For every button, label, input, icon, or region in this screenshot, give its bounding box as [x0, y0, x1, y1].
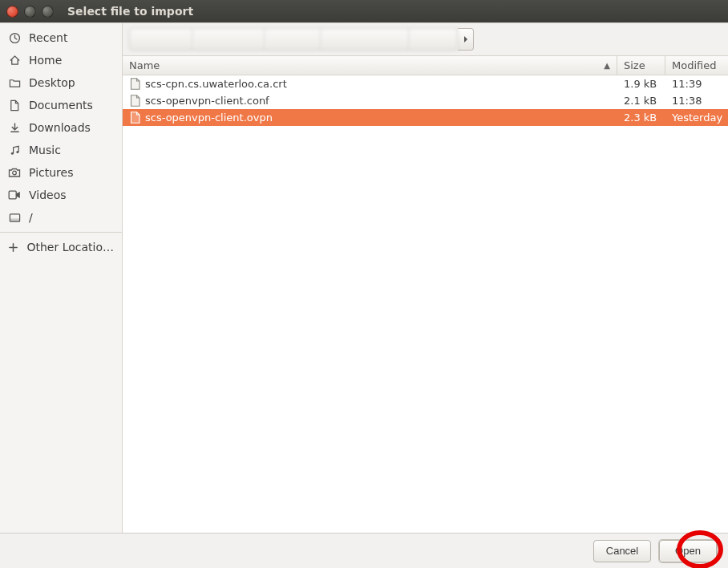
column-header-name[interactable]: Name ▲ [123, 56, 617, 75]
window-minimize-button[interactable] [24, 6, 36, 18]
breadcrumb-segment[interactable] [265, 28, 322, 51]
sidebar-item-videos[interactable]: Videos [0, 184, 122, 206]
sidebar-item-label: Pictures [29, 166, 73, 179]
download-icon [8, 122, 21, 134]
file-modified: 11:39 [672, 78, 702, 90]
document-icon [8, 99, 21, 112]
sidebar-item-label: Desktop [29, 76, 75, 89]
button-label: Open [675, 545, 701, 557]
file-modified: Yesterday [672, 112, 722, 124]
file-name: scs-cpn.cs.uwaterloo.ca.crt [145, 78, 287, 90]
plus-icon [8, 242, 18, 253]
file-size: 2.1 kB [624, 95, 657, 107]
sidebar-item-label: Downloads [29, 121, 91, 134]
window-close-button[interactable] [6, 6, 18, 18]
column-header-label: Modified [672, 59, 716, 71]
clock-icon [8, 32, 21, 44]
video-icon [8, 190, 21, 200]
sidebar-item-label: Documents [29, 99, 93, 112]
file-browser-main: Name ▲ Size Modified scs-cpn.cs.uwaterlo… [123, 23, 728, 533]
file-size: 2.3 kB [624, 112, 657, 124]
file-list[interactable]: scs-cpn.cs.uwaterloo.ca.crt1.9 kB11:39sc… [123, 75, 728, 533]
sidebar-item-desktop[interactable]: Desktop [0, 71, 122, 94]
breadcrumb-segment[interactable] [193, 28, 265, 51]
sidebar-item-label: Home [29, 54, 62, 67]
file-row[interactable]: scs-cpn.cs.uwaterloo.ca.crt1.9 kB11:39 [123, 75, 728, 92]
file-size: 1.9 kB [624, 78, 657, 90]
folder-icon [8, 77, 21, 89]
svg-point-1 [10, 152, 13, 154]
sidebar-item-other[interactable]: Other Locatio… [0, 236, 122, 258]
file-name: scs-openvpn-client.conf [145, 95, 269, 107]
sidebar-item-downloads[interactable]: Downloads [0, 116, 122, 139]
file-list-header: Name ▲ Size Modified [123, 56, 728, 75]
dialog-body: RecentHomeDesktopDocumentsDownloadsMusic… [0, 22, 728, 533]
svg-point-2 [16, 150, 18, 152]
drive-icon [8, 213, 21, 223]
sidebar-item-documents[interactable]: Documents [0, 94, 122, 116]
open-button[interactable]: Open [659, 540, 717, 562]
svg-rect-6 [10, 218, 19, 221]
file-modified: 11:38 [672, 95, 702, 107]
sidebar-item-label: Other Locatio… [26, 241, 114, 254]
sidebar-item-label: Videos [29, 189, 67, 201]
breadcrumb-segment[interactable] [410, 28, 458, 51]
file-name: scs-openvpn-client.ovpn [145, 112, 273, 124]
breadcrumb-overflow-button[interactable] [458, 28, 474, 51]
button-label: Cancel [606, 545, 638, 557]
breadcrumb-segment[interactable] [129, 28, 193, 51]
window-title: Select file to import [67, 5, 193, 18]
file-icon [129, 95, 140, 107]
pathbar-row [123, 23, 728, 55]
sidebar-item-label: Recent [29, 31, 67, 44]
file-icon [129, 78, 140, 90]
cancel-button[interactable]: Cancel [593, 540, 651, 562]
places-sidebar: RecentHomeDesktopDocumentsDownloadsMusic… [0, 23, 123, 533]
breadcrumb[interactable] [129, 28, 474, 51]
column-header-size[interactable]: Size [617, 56, 665, 75]
titlebar: Select file to import [0, 0, 728, 22]
file-icon [129, 112, 140, 124]
home-icon [8, 55, 21, 67]
sidebar-item-home[interactable]: Home [0, 49, 122, 71]
camera-icon [8, 167, 21, 178]
sidebar-item-label: / [29, 211, 33, 224]
column-header-modified[interactable]: Modified [665, 56, 728, 75]
sidebar-item-music[interactable]: Music [0, 139, 122, 161]
column-header-label: Name [129, 59, 160, 71]
sidebar-item-recent[interactable]: Recent [0, 26, 122, 49]
column-header-label: Size [624, 59, 645, 71]
sort-ascending-icon: ▲ [604, 61, 610, 70]
sidebar-divider [0, 232, 122, 233]
breadcrumb-segment[interactable] [322, 28, 410, 51]
sidebar-item-pictures[interactable]: Pictures [0, 161, 122, 184]
file-pane: Name ▲ Size Modified scs-cpn.cs.uwaterlo… [123, 55, 728, 533]
music-icon [8, 144, 21, 156]
svg-point-3 [13, 171, 17, 175]
file-row[interactable]: scs-openvpn-client.conf2.1 kB11:38 [123, 92, 728, 109]
dialog-action-bar: Cancel Open [0, 533, 728, 568]
sidebar-item-label: Music [29, 144, 61, 156]
sidebar-item-root[interactable]: / [0, 206, 122, 229]
file-row[interactable]: scs-openvpn-client.ovpn2.3 kBYesterday [123, 109, 728, 126]
window-maximize-button[interactable] [42, 6, 54, 18]
svg-rect-4 [9, 191, 16, 199]
